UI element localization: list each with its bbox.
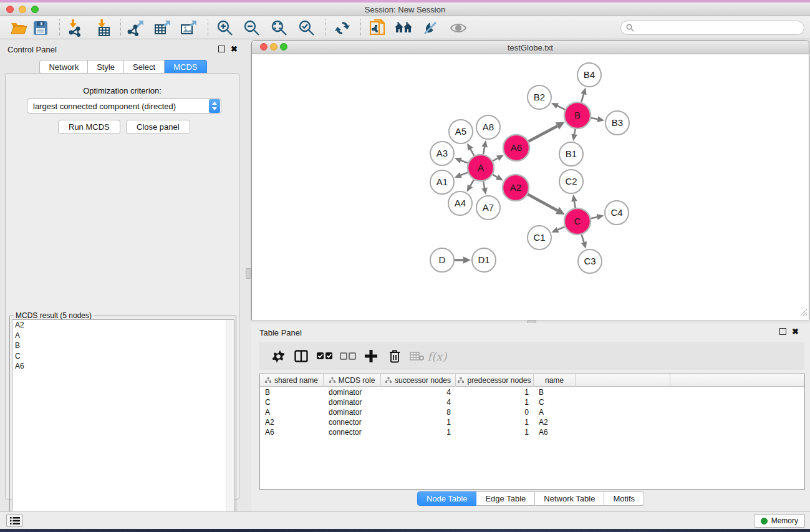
float-panel-icon[interactable] <box>779 328 786 335</box>
cell[interactable]: A <box>260 407 324 417</box>
tab-mcds[interactable]: MCDS <box>165 60 206 74</box>
cell[interactable]: 1 <box>456 387 534 397</box>
result-item[interactable]: A6 <box>12 361 234 372</box>
edge-A-A3[interactable] <box>461 160 468 163</box>
cell[interactable]: 4 <box>381 397 456 407</box>
edge-C-C4[interactable] <box>591 217 597 218</box>
function-builder-icon[interactable]: f(x) <box>428 347 446 365</box>
node-table[interactable]: shared nameMCDS rolesuccessor nodesprede… <box>259 374 805 490</box>
cell[interactable]: 4 <box>381 387 456 397</box>
zoom-in-icon[interactable] <box>216 19 234 37</box>
cell[interactable]: 1 <box>381 417 456 427</box>
first-neighbors-icon[interactable] <box>394 19 413 37</box>
cell[interactable]: dominator <box>324 387 381 397</box>
table-row[interactable]: A6connector11A6 <box>260 427 804 437</box>
table-row[interactable]: Bdominator41B <box>260 387 804 397</box>
cell[interactable]: 1 <box>456 427 534 437</box>
delete-table-icon[interactable] <box>408 347 426 365</box>
open-session-icon[interactable] <box>9 19 28 37</box>
edge-A-A5[interactable] <box>471 149 475 156</box>
edge-A6-B[interactable] <box>528 126 557 142</box>
cell[interactable]: A6 <box>534 427 576 437</box>
tab-motifs[interactable]: Motifs <box>604 491 644 506</box>
float-panel-icon[interactable] <box>218 46 225 52</box>
result-item[interactable]: A <box>12 331 234 341</box>
close-panel-icon[interactable]: ✖ <box>231 46 238 52</box>
cell[interactable]: dominator <box>324 407 381 417</box>
vertical-splitter-handle[interactable] <box>246 268 251 279</box>
criterion-select[interactable]: largest connected component (directed) <box>27 99 221 114</box>
edge-B-B3[interactable] <box>591 118 598 119</box>
result-scrollbar[interactable] <box>226 320 234 526</box>
column-header-MCDS-role[interactable]: MCDS role <box>324 374 381 387</box>
network-canvas[interactable]: B4B2BB3A8A5A6B1A3AC2A1A2A4A7C4CC1DD1C3 <box>252 54 809 320</box>
edge-C-C1[interactable] <box>558 227 565 230</box>
edge-A-A1[interactable] <box>461 173 468 175</box>
edge-A-A6[interactable] <box>493 158 498 162</box>
close-panel-icon[interactable]: ✖ <box>792 328 799 335</box>
table-row[interactable]: Cdominator41C <box>260 397 804 407</box>
result-item[interactable]: C <box>12 351 234 362</box>
settings-gear-icon[interactable] <box>269 347 287 365</box>
cell[interactable]: connector <box>324 427 381 437</box>
column-header-shared-name[interactable]: shared name <box>260 374 324 387</box>
result-item[interactable]: A2 <box>12 320 234 331</box>
cell[interactable]: 8 <box>381 407 456 417</box>
cell[interactable]: B <box>534 387 576 397</box>
column-header-name[interactable]: name <box>534 374 576 387</box>
cell[interactable]: C <box>260 397 324 407</box>
edge-A-A4[interactable] <box>470 180 474 186</box>
network-window-titlebar[interactable]: testGlobe.txt <box>252 41 809 54</box>
cell[interactable]: 1 <box>456 397 534 407</box>
edge-C-C3[interactable] <box>582 235 584 242</box>
select-all-check-icon[interactable] <box>316 347 334 365</box>
add-column-icon[interactable] <box>362 347 380 365</box>
tab-node-table[interactable]: Node Table <box>417 491 477 506</box>
column-header-successor-nodes[interactable]: successor nodes <box>381 374 456 387</box>
tab-select[interactable]: Select <box>124 60 165 74</box>
run-mcds-button[interactable]: Run MCDS <box>58 120 120 134</box>
edge-B-B2[interactable] <box>557 106 565 110</box>
zoom-selected-icon[interactable] <box>297 19 316 37</box>
cell[interactable]: dominator <box>324 397 381 407</box>
result-item[interactable]: B <box>12 341 234 351</box>
tab-style[interactable]: Style <box>88 60 124 74</box>
cell[interactable]: connector <box>324 417 381 427</box>
cell[interactable]: 1 <box>456 417 534 427</box>
cell[interactable]: A6 <box>260 427 324 437</box>
edge-B-B4[interactable] <box>581 94 584 102</box>
cell[interactable]: 0 <box>456 407 534 417</box>
edge-C-C2[interactable] <box>574 201 576 208</box>
cell[interactable]: B <box>260 387 324 397</box>
task-history-button[interactable] <box>6 514 23 527</box>
close-panel-button[interactable]: Close panel <box>126 120 190 134</box>
zoom-out-icon[interactable] <box>243 19 261 37</box>
edge-A-A2[interactable] <box>493 175 497 177</box>
column-layout-icon[interactable] <box>292 347 310 365</box>
apply-layout-refresh-icon[interactable] <box>333 19 352 37</box>
mcds-result-list[interactable]: A2ABCA6 <box>12 319 234 527</box>
edge-A2-C[interactable] <box>528 195 557 211</box>
export-network-icon[interactable] <box>127 19 145 37</box>
save-session-icon[interactable] <box>31 19 50 37</box>
deselect-all-icon[interactable] <box>339 347 357 365</box>
cell[interactable]: A2 <box>534 417 576 427</box>
search-input[interactable] <box>620 21 804 35</box>
delete-column-trash-icon[interactable] <box>386 347 403 365</box>
hide-graphics-details-icon[interactable] <box>421 19 440 37</box>
tab-network-table[interactable]: Network Table <box>535 491 604 506</box>
edge-A-A8[interactable] <box>483 147 485 155</box>
import-table-icon[interactable] <box>94 19 112 37</box>
new-network-from-selection-icon[interactable] <box>368 19 387 37</box>
export-table-icon[interactable] <box>153 19 172 37</box>
export-image-icon[interactable] <box>180 19 198 37</box>
table-row[interactable]: A2connector11A2 <box>260 417 804 427</box>
cell[interactable]: C <box>534 397 576 407</box>
edge-A-A7[interactable] <box>483 181 485 188</box>
zoom-fit-icon[interactable] <box>270 19 289 37</box>
column-header-predecessor-nodes[interactable]: predecessor nodes <box>456 374 534 387</box>
show-graphics-details-icon[interactable] <box>449 19 468 37</box>
window-resize-grip-icon[interactable] <box>799 307 808 319</box>
edge-B-B1[interactable] <box>574 129 575 135</box>
memory-button[interactable]: Memory <box>754 514 805 528</box>
